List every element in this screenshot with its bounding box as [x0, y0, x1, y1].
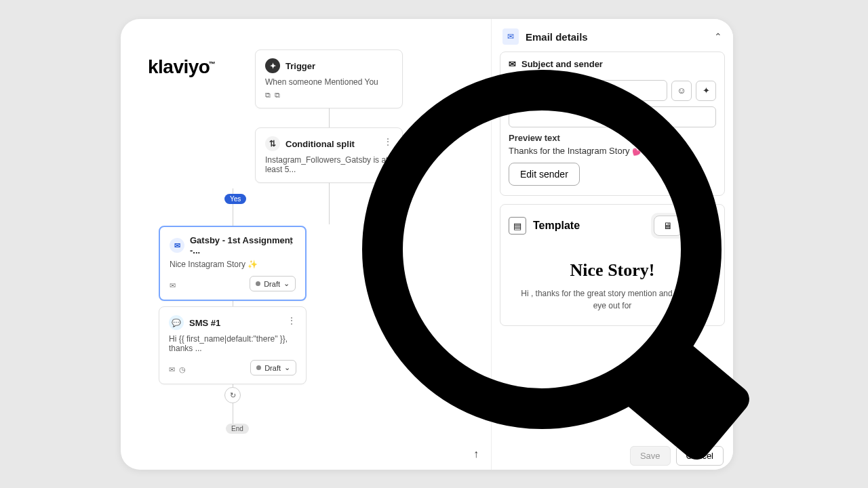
node-menu-button[interactable]: ⋮ [283, 314, 300, 327]
split-desc: Instagram_Followers_Gatsby is at least 5… [265, 155, 393, 174]
trigger-node[interactable]: ✦ Trigger When someone Mentioned You ⧉ ⧉ [255, 49, 403, 108]
sms-title: SMS #1 [189, 318, 220, 328]
split-node[interactable]: ⇅ Conditional split Instagram_Followers_… [255, 127, 403, 183]
preview-line-input[interactable] [509, 106, 716, 127]
template-label: Template [533, 220, 644, 232]
email-title: Gatsby - 1st Assignment -... [190, 235, 296, 256]
subject-input[interactable] [509, 80, 667, 101]
channel-icon: ✉ [169, 365, 175, 374]
yes-pill: Yes [224, 194, 246, 204]
filter-icon: ⧉ [275, 91, 280, 100]
template-icon: ▤ [509, 217, 526, 235]
node-menu-button[interactable]: ⋮ [282, 234, 300, 247]
envelope-icon: ✉ [509, 59, 516, 69]
preview-label: Preview text [509, 133, 716, 143]
status-dot-icon [256, 281, 260, 286]
subject-section: ✉ Subject and sender ☺ ✦ Preview text Th… [500, 52, 725, 196]
panel-header[interactable]: ✉ Email details ⌃ [500, 24, 725, 52]
channel-icon: ✉ [170, 281, 176, 290]
ai-button[interactable]: ✦ [696, 81, 716, 101]
save-button[interactable]: Save [630, 446, 671, 466]
email-subject: Nice Instagram Story ✨ [170, 260, 296, 269]
device-toggle: 🖥 📱 [651, 213, 716, 239]
status-label: Draft [264, 280, 280, 288]
sms-node[interactable]: 💬 SMS #1 Hi {{ first_name|default:"there… [159, 306, 307, 384]
collapse-icon[interactable]: ⌃ [714, 31, 722, 42]
subject-section-head[interactable]: ✉ Subject and sender [500, 52, 724, 76]
add-step-button[interactable]: ↻ [224, 387, 241, 403]
status-dropdown[interactable]: Draft ⌄ [250, 360, 296, 375]
email-node[interactable]: ✉ Gatsby - 1st Assignment -... Nice Inst… [159, 226, 307, 301]
split-title: Conditional split [285, 139, 355, 149]
emoji-button[interactable]: ☺ [671, 81, 692, 101]
subject-section-label: Subject and sender [521, 59, 603, 69]
edit-sender-button[interactable]: Edit sender [509, 163, 580, 186]
chevron-down-icon: ⌄ [284, 363, 290, 372]
chevron-down-icon: ⌄ [283, 279, 290, 288]
status-dropdown[interactable]: Draft ⌄ [250, 276, 296, 291]
scroll-top-button[interactable]: ↑ [473, 448, 479, 460]
trigger-desc: When someone Mentioned You [265, 77, 393, 87]
trigger-meta-icons: ⧉ ⧉ [265, 91, 393, 100]
panel-title: Email details [526, 31, 707, 43]
status-label: Draft [264, 364, 281, 372]
end-pill: End [226, 424, 249, 434]
desktop-toggle[interactable]: 🖥 [654, 216, 682, 236]
bolt-icon: ✦ [265, 58, 280, 73]
sms-body: Hi {{ first_name|default:"there" }}, tha… [169, 334, 296, 353]
template-preview-body: Hi , thanks for the great story mention … [514, 287, 711, 312]
node-menu-button[interactable]: ⋮ [379, 135, 397, 148]
split-icon: ⇅ [265, 136, 280, 151]
template-preview-title: Nice Story! [514, 260, 711, 281]
sms-icon: 💬 [169, 315, 184, 330]
filter-icon: ⧉ [265, 91, 271, 100]
trigger-title: Trigger [285, 61, 315, 71]
flow-canvas[interactable]: ✦ Trigger When someone Mentioned You ⧉ ⧉… [121, 19, 494, 470]
template-preview[interactable]: Nice Story! Hi , thanks for the great st… [500, 247, 724, 325]
mail-icon: ✉ [170, 238, 184, 253]
preview-text: Thanks for the Instagram Story 💕 [509, 146, 716, 156]
clock-icon: ◷ [179, 365, 186, 374]
template-section: ▤ Template 🖥 📱 Nice Story! Hi , thanks f… [500, 204, 725, 326]
status-dot-icon [256, 365, 261, 370]
mobile-toggle[interactable]: 📱 [685, 216, 713, 236]
mail-icon: ✉ [502, 28, 519, 45]
